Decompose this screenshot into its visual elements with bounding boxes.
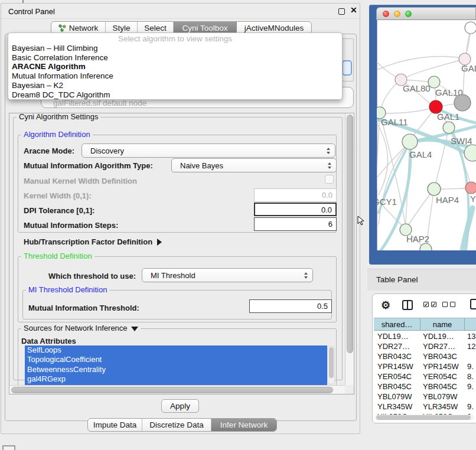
algorithm-option-basic-correlation-inference[interactable]: Basic Correlation Inference: [8, 53, 342, 63]
aracne-mode-combo[interactable]: Discovery: [81, 144, 335, 158]
network-node[interactable]: [454, 94, 471, 111]
algorithm-option-mutual-information-inference[interactable]: Mutual Information Inference: [8, 71, 342, 81]
down-arrow-icon: [327, 152, 330, 154]
table-cell: YDL19…: [374, 331, 420, 341]
kernel-width-field[interactable]: 0.0: [254, 188, 337, 202]
hub-definition-label[interactable]: Hub/Transcription Factor Definition: [24, 237, 162, 246]
attributes-scrollbar-thumb[interactable]: [329, 347, 334, 378]
network-node-gal4[interactable]: [402, 134, 418, 149]
apply-button[interactable]: Apply: [161, 399, 199, 413]
network-node-gal10[interactable]: [428, 76, 440, 88]
attribute-item-betweennesscentrality[interactable]: BetweennessCentrality: [25, 365, 327, 374]
network-node-swi4[interactable]: [443, 122, 455, 133]
minimize-traffic-light[interactable]: [394, 11, 400, 17]
manual-kernel-checkbox[interactable]: [325, 175, 334, 184]
table-cell: 9.: [465, 401, 476, 411]
close-traffic-light[interactable]: [383, 11, 389, 17]
hidden-spinner-buttons[interactable]: [342, 60, 352, 76]
algorithm-option-bayesian-k2[interactable]: Bayesian – K2: [8, 81, 342, 90]
mi-threshold-label: Mutual Information Threshold:: [28, 304, 139, 312]
select-all-icon2[interactable]: ✓: [431, 302, 436, 307]
vertical-scrollbar[interactable]: [345, 113, 354, 385]
table-row[interactable]: YBR043CYBR043C: [374, 351, 476, 361]
unselect-all-icon2[interactable]: [450, 302, 455, 307]
network-data-combo-value: galFiltered.sif default node: [53, 99, 146, 107]
attribute-item-selfloops[interactable]: SelfLoops: [25, 345, 327, 355]
horizontal-scrollbar-thumb[interactable]: [11, 387, 333, 393]
algorithm-option-aracne-algorithm[interactable]: ARACNE Algorithm: [8, 62, 342, 71]
horizontal-scrollbar[interactable]: [9, 385, 345, 394]
mi-threshold-field[interactable]: 0.5: [249, 299, 332, 313]
table-row[interactable]: YBR045CYBR045C9.: [374, 381, 476, 391]
table-row[interactable]: YDR27…YDR27…12: [374, 341, 476, 351]
table-row[interactable]: YPR145WYPR145W9.: [374, 361, 476, 371]
bottom-tab-infer-network[interactable]: Infer Network: [211, 419, 276, 431]
algorithm-option-bayesian-hill-climbing[interactable]: Bayesian – Hill Climbing: [8, 44, 342, 53]
table-cell: 13: [465, 331, 476, 341]
attributes-scrollbar[interactable]: [327, 345, 335, 384]
table-row[interactable]: YER054CYER054C8.: [374, 371, 476, 381]
tab-label-1: Style: [112, 24, 130, 32]
dpi-tolerance-field[interactable]: 0.0: [254, 203, 337, 216]
zoom-traffic-light[interactable]: [405, 11, 412, 17]
table-horizontal-scrollbar-thumb[interactable]: [376, 415, 471, 420]
table-cell: YDR27…: [374, 341, 420, 351]
mi-type-combo[interactable]: Naive Bayes: [171, 158, 337, 172]
mi-steps-field[interactable]: 6: [254, 217, 337, 231]
table-header-row: shared…name: [374, 318, 476, 331]
up-arrow-icon: [328, 162, 331, 165]
expand-triangle-icon[interactable]: [157, 239, 162, 246]
minimized-panel-icon[interactable]: [2, 445, 15, 450]
columns-icon[interactable]: [402, 300, 413, 310]
close-icon[interactable]: ✕: [350, 5, 357, 15]
network-edge: [377, 124, 388, 195]
table-column-header-shared[interactable]: shared…: [374, 318, 420, 330]
table-row[interactable]: YBL079WYBL079W: [374, 391, 476, 401]
float-icon[interactable]: [338, 8, 345, 15]
vertical-scrollbar-thumb[interactable]: [347, 115, 353, 353]
table-cell: 9.: [465, 361, 476, 371]
node-label-gal1: GAL1: [437, 112, 459, 122]
screen: Control Panel ✕ NetworkStyleSelectCyni T…: [0, 0, 476, 450]
which-threshold-combo-value: MI Threshold: [151, 271, 195, 280]
gear-icon[interactable]: ⚙: [381, 299, 390, 312]
aracne-mode-combo-value: Discovery: [90, 146, 124, 155]
network-node-hap4[interactable]: [428, 182, 441, 195]
bottom-tab-label-0: Impute Data: [93, 420, 137, 429]
spinner-arrows-icon: [304, 272, 308, 279]
table-column-header-2[interactable]: [465, 318, 476, 330]
unselect-all-icon[interactable]: [442, 302, 448, 307]
network-node[interactable]: [420, 243, 432, 250]
network-node[interactable]: [465, 22, 476, 34]
collapse-triangle-icon[interactable]: [131, 327, 138, 331]
network-edge: [377, 56, 461, 70]
export-table-icon[interactable]: [470, 299, 476, 309]
mouse-cursor: [357, 216, 364, 226]
attribute-item-gal4rgexp[interactable]: gal4RGexp: [25, 374, 327, 384]
select-all-icon[interactable]: ✓: [423, 302, 429, 307]
table-horizontal-scrollbar[interactable]: [375, 415, 474, 420]
network-edge: [407, 189, 434, 226]
threshold-definition-group-title: Threshold Definition: [21, 252, 94, 260]
network-window-titlebar[interactable]: [376, 7, 476, 20]
bottom-tab-label-2: Infer Network: [220, 420, 268, 429]
network-node-y[interactable]: [465, 182, 476, 194]
data-attributes-list[interactable]: SelfLoopsTopologicalCoefficientBetweenne…: [25, 345, 327, 385]
attribute-item-topologicalcoefficient[interactable]: TopologicalCoefficient: [25, 355, 327, 364]
bottom-tab-impute-data[interactable]: Impute Data: [88, 419, 142, 431]
sources-group-title: Sources for Network Inference: [21, 324, 141, 332]
algorithm-option-dream8-dc-tdc-algorithm[interactable]: Dream8 DC_TDC Algorithm: [8, 90, 342, 100]
table-row[interactable]: YDL19…YDL19…13: [374, 331, 476, 341]
down-arrow-icon: [328, 167, 331, 169]
bottom-tab-discretize-data[interactable]: Discretize Data: [142, 419, 211, 431]
table-column-header-name[interactable]: name: [420, 318, 465, 330]
table-row[interactable]: YLR345WYLR345W9.: [374, 401, 476, 411]
node-label-hap4: HAP4: [436, 195, 459, 205]
which-threshold-combo[interactable]: MI Threshold: [142, 268, 313, 282]
table-cell: 9.: [465, 381, 476, 391]
control-panel-title: Control Panel: [8, 7, 55, 16]
data-attributes-label: Data Attributes: [21, 337, 76, 345]
mi-threshold-group-title: MI Threshold Definition: [26, 285, 109, 294]
hub-definition-text: Hub/Transcription Factor Definition: [24, 237, 152, 246]
tab-label-3: Cyni Toolbox: [182, 24, 227, 32]
